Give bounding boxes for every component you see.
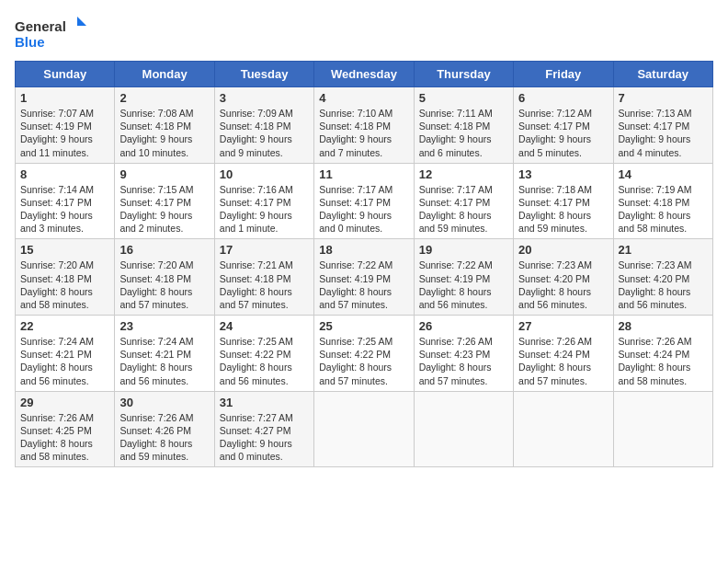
calendar-cell: 26Sunrise: 7:26 AMSunset: 4:23 PMDayligh… <box>414 316 513 392</box>
header-day-monday: Monday <box>115 62 214 87</box>
cell-text: Sunrise: 7:17 AMSunset: 4:17 PMDaylight:… <box>319 183 408 236</box>
calendar-cell: 14Sunrise: 7:19 AMSunset: 4:18 PMDayligh… <box>613 163 712 239</box>
cell-text: Sunrise: 7:19 AMSunset: 4:18 PMDaylight:… <box>619 183 708 236</box>
cell-text: Sunrise: 7:26 AMSunset: 4:26 PMDaylight:… <box>119 411 209 464</box>
cell-text: Sunrise: 7:10 AMSunset: 4:18 PMDaylight:… <box>319 107 408 159</box>
day-number: 16 <box>119 243 209 257</box>
calendar-cell: 5Sunrise: 7:11 AMSunset: 4:18 PMDaylight… <box>414 87 513 164</box>
calendar-cell: 10Sunrise: 7:16 AMSunset: 4:17 PMDayligh… <box>214 163 313 239</box>
cell-text: Sunrise: 7:16 AMSunset: 4:17 PMDaylight:… <box>220 183 309 236</box>
day-number: 6 <box>518 91 608 105</box>
cell-text: Sunrise: 7:24 AMSunset: 4:21 PMDaylight:… <box>119 335 209 387</box>
logo: GeneralBlue <box>15 15 88 52</box>
calendar-cell: 23Sunrise: 7:24 AMSunset: 4:21 PMDayligh… <box>115 316 214 392</box>
week-row-3: 15Sunrise: 7:20 AMSunset: 4:18 PMDayligh… <box>16 239 713 316</box>
calendar-cell <box>314 391 414 467</box>
week-row-2: 8Sunrise: 7:14 AMSunset: 4:17 PMDaylight… <box>16 163 713 239</box>
day-number: 5 <box>419 91 508 105</box>
day-number: 19 <box>419 243 508 257</box>
day-number: 22 <box>20 319 109 333</box>
day-number: 15 <box>20 243 109 257</box>
page-header: GeneralBlue <box>15 15 713 52</box>
day-number: 11 <box>319 167 408 181</box>
calendar-cell: 20Sunrise: 7:23 AMSunset: 4:20 PMDayligh… <box>514 239 613 316</box>
day-number: 21 <box>619 243 708 257</box>
calendar-cell: 7Sunrise: 7:13 AMSunset: 4:17 PMDaylight… <box>613 87 712 164</box>
calendar-cell: 11Sunrise: 7:17 AMSunset: 4:17 PMDayligh… <box>314 163 414 239</box>
calendar-cell: 19Sunrise: 7:22 AMSunset: 4:19 PMDayligh… <box>414 239 513 316</box>
day-number: 31 <box>220 396 309 409</box>
cell-text: Sunrise: 7:25 AMSunset: 4:22 PMDaylight:… <box>319 335 408 387</box>
calendar-cell: 21Sunrise: 7:23 AMSunset: 4:20 PMDayligh… <box>613 239 712 316</box>
cell-text: Sunrise: 7:15 AMSunset: 4:17 PMDaylight:… <box>119 183 209 236</box>
day-number: 23 <box>119 319 209 333</box>
calendar-cell: 28Sunrise: 7:26 AMSunset: 4:24 PMDayligh… <box>613 316 712 392</box>
calendar-cell: 9Sunrise: 7:15 AMSunset: 4:17 PMDaylight… <box>115 163 214 239</box>
cell-text: Sunrise: 7:27 AMSunset: 4:27 PMDaylight:… <box>220 411 309 464</box>
cell-text: Sunrise: 7:23 AMSunset: 4:20 PMDaylight:… <box>518 259 608 311</box>
calendar-cell: 13Sunrise: 7:18 AMSunset: 4:17 PMDayligh… <box>514 163 613 239</box>
calendar-cell: 25Sunrise: 7:25 AMSunset: 4:22 PMDayligh… <box>314 316 414 392</box>
cell-text: Sunrise: 7:14 AMSunset: 4:17 PMDaylight:… <box>20 183 109 236</box>
day-number: 13 <box>518 167 608 181</box>
svg-text:General: General <box>15 18 66 34</box>
cell-text: Sunrise: 7:26 AMSunset: 4:24 PMDaylight:… <box>518 335 608 387</box>
day-number: 8 <box>20 167 109 181</box>
day-number: 7 <box>619 91 708 105</box>
header-day-wednesday: Wednesday <box>314 62 414 87</box>
calendar-cell: 16Sunrise: 7:20 AMSunset: 4:18 PMDayligh… <box>115 239 214 316</box>
calendar-cell: 6Sunrise: 7:12 AMSunset: 4:17 PMDaylight… <box>514 87 613 164</box>
header-day-sunday: Sunday <box>16 62 115 87</box>
svg-text:Blue: Blue <box>15 34 45 50</box>
day-number: 25 <box>319 319 408 333</box>
day-number: 4 <box>319 91 408 105</box>
cell-text: Sunrise: 7:23 AMSunset: 4:20 PMDaylight:… <box>619 259 708 311</box>
calendar-cell: 17Sunrise: 7:21 AMSunset: 4:18 PMDayligh… <box>214 239 313 316</box>
calendar-cell: 8Sunrise: 7:14 AMSunset: 4:17 PMDaylight… <box>16 163 115 239</box>
header-day-saturday: Saturday <box>613 62 712 87</box>
day-number: 10 <box>220 167 309 181</box>
header-day-friday: Friday <box>514 62 613 87</box>
calendar-cell <box>613 391 712 467</box>
cell-text: Sunrise: 7:20 AMSunset: 4:18 PMDaylight:… <box>119 259 209 311</box>
cell-text: Sunrise: 7:22 AMSunset: 4:19 PMDaylight:… <box>419 259 508 311</box>
day-number: 14 <box>619 167 708 181</box>
calendar-cell: 24Sunrise: 7:25 AMSunset: 4:22 PMDayligh… <box>214 316 313 392</box>
calendar-cell: 15Sunrise: 7:20 AMSunset: 4:18 PMDayligh… <box>16 239 115 316</box>
week-row-5: 29Sunrise: 7:26 AMSunset: 4:25 PMDayligh… <box>16 391 713 467</box>
day-number: 26 <box>419 319 508 333</box>
calendar-table: SundayMondayTuesdayWednesdayThursdayFrid… <box>15 61 713 467</box>
cell-text: Sunrise: 7:09 AMSunset: 4:18 PMDaylight:… <box>220 107 309 159</box>
calendar-cell: 4Sunrise: 7:10 AMSunset: 4:18 PMDaylight… <box>314 87 414 164</box>
cell-text: Sunrise: 7:26 AMSunset: 4:24 PMDaylight:… <box>619 335 708 387</box>
calendar-cell: 30Sunrise: 7:26 AMSunset: 4:26 PMDayligh… <box>115 391 214 467</box>
cell-text: Sunrise: 7:22 AMSunset: 4:19 PMDaylight:… <box>319 259 408 311</box>
calendar-cell: 3Sunrise: 7:09 AMSunset: 4:18 PMDaylight… <box>214 87 313 164</box>
day-number: 12 <box>419 167 508 181</box>
header-day-thursday: Thursday <box>414 62 513 87</box>
cell-text: Sunrise: 7:13 AMSunset: 4:17 PMDaylight:… <box>619 107 708 159</box>
calendar-cell: 29Sunrise: 7:26 AMSunset: 4:25 PMDayligh… <box>16 391 115 467</box>
calendar-cell: 2Sunrise: 7:08 AMSunset: 4:18 PMDaylight… <box>115 87 214 164</box>
day-number: 17 <box>220 243 309 257</box>
day-number: 30 <box>119 396 209 409</box>
calendar-cell: 18Sunrise: 7:22 AMSunset: 4:19 PMDayligh… <box>314 239 414 316</box>
logo-icon: GeneralBlue <box>15 15 88 52</box>
calendar-cell: 27Sunrise: 7:26 AMSunset: 4:24 PMDayligh… <box>514 316 613 392</box>
calendar-cell <box>514 391 613 467</box>
day-number: 9 <box>119 167 209 181</box>
cell-text: Sunrise: 7:07 AMSunset: 4:19 PMDaylight:… <box>20 107 109 159</box>
svg-marker-2 <box>77 17 86 26</box>
cell-text: Sunrise: 7:12 AMSunset: 4:17 PMDaylight:… <box>518 107 608 159</box>
day-number: 2 <box>119 91 209 105</box>
calendar-cell: 12Sunrise: 7:17 AMSunset: 4:17 PMDayligh… <box>414 163 513 239</box>
day-number: 27 <box>518 319 608 333</box>
cell-text: Sunrise: 7:26 AMSunset: 4:23 PMDaylight:… <box>419 335 508 387</box>
header-row: SundayMondayTuesdayWednesdayThursdayFrid… <box>16 62 713 87</box>
cell-text: Sunrise: 7:11 AMSunset: 4:18 PMDaylight:… <box>419 107 508 159</box>
day-number: 1 <box>20 91 109 105</box>
cell-text: Sunrise: 7:21 AMSunset: 4:18 PMDaylight:… <box>220 259 309 311</box>
calendar-cell <box>414 391 513 467</box>
cell-text: Sunrise: 7:26 AMSunset: 4:25 PMDaylight:… <box>20 411 109 464</box>
cell-text: Sunrise: 7:25 AMSunset: 4:22 PMDaylight:… <box>220 335 309 387</box>
